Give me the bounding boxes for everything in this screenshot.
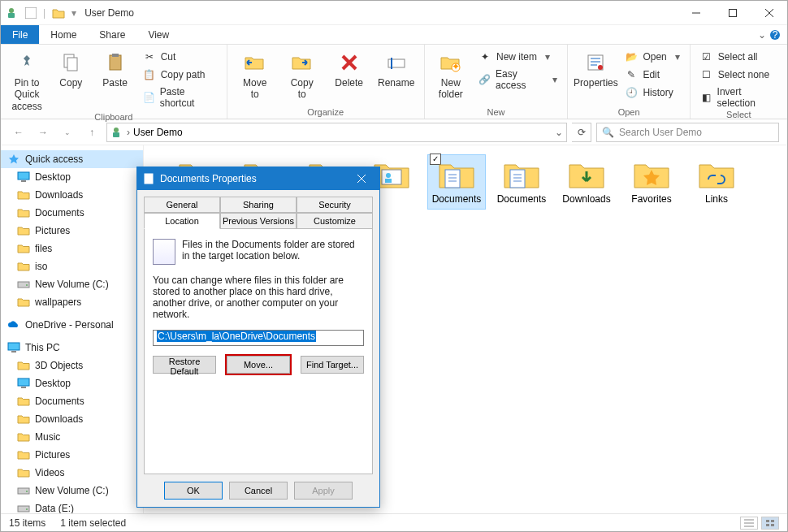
- file-label: Documents: [497, 194, 547, 205]
- sidebar-item[interactable]: Pictures: [1, 222, 143, 240]
- minimize-button[interactable]: [678, 1, 714, 24]
- edit-icon: ✎: [625, 68, 638, 81]
- move-to-button[interactable]: Move to: [234, 46, 276, 101]
- sidebar-item[interactable]: Music: [1, 428, 143, 446]
- tab-location[interactable]: Location: [144, 213, 220, 229]
- folder-icon: [17, 242, 30, 255]
- details-view-button[interactable]: [740, 517, 758, 530]
- refresh-button[interactable]: ⟳: [572, 123, 591, 142]
- tab-previous-versions[interactable]: Previous Versions: [220, 213, 297, 229]
- folder-icon: [697, 158, 736, 191]
- folder-icon: [17, 260, 30, 273]
- dialog-footer: OK Cancel Apply: [137, 474, 379, 507]
- menu-bar: File Home Share View ⌄?: [1, 25, 787, 45]
- sidebar-item-label: Documents: [35, 396, 84, 407]
- svg-rect-23: [18, 172, 29, 179]
- apply-button[interactable]: Apply: [294, 482, 353, 500]
- sidebar-item[interactable]: Documents: [1, 204, 143, 222]
- svg-rect-4: [729, 9, 736, 16]
- svg-text:?: ?: [773, 29, 778, 41]
- copy-button[interactable]: Copy: [51, 46, 90, 89]
- tab-file[interactable]: File: [1, 25, 39, 44]
- move-to-icon: [242, 50, 268, 76]
- new-folder-button[interactable]: ✦New folder: [431, 46, 470, 101]
- cloud-icon: [7, 318, 20, 331]
- tab-home[interactable]: Home: [39, 25, 88, 44]
- sidebar-item[interactable]: New Volume (C:): [1, 482, 143, 500]
- sidebar-item[interactable]: Videos: [1, 464, 143, 482]
- paste-shortcut-button[interactable]: 📄Paste shortcut: [140, 85, 220, 110]
- forward-button[interactable]: →: [33, 123, 53, 142]
- sidebar-item[interactable]: Desktop: [1, 374, 143, 392]
- tab-customize[interactable]: Customize: [297, 213, 373, 229]
- sidebar-item[interactable]: Downloads: [1, 186, 143, 204]
- ok-button[interactable]: OK: [164, 482, 223, 500]
- location-path-input[interactable]: C:\Users\m_la\OneDrive\Documents: [153, 330, 364, 346]
- help-button[interactable]: ⌄?: [758, 25, 781, 44]
- sidebar-item[interactable]: Downloads: [1, 410, 143, 428]
- folder-icon: [17, 430, 30, 443]
- easy-access-button[interactable]: 🔗Easy access▾: [475, 67, 561, 92]
- back-button[interactable]: ←: [9, 123, 28, 142]
- breadcrumb[interactable]: › User Demo ⌄: [106, 123, 567, 142]
- pin-to-quick-access-button[interactable]: Pin to Quick access: [7, 46, 46, 112]
- paste-icon: [102, 50, 128, 76]
- icons-view-button[interactable]: [761, 517, 779, 530]
- copy-path-button[interactable]: 📋Copy path: [140, 67, 220, 82]
- select-all-button[interactable]: ☑Select all: [697, 50, 781, 64]
- sidebar-quick-access[interactable]: Quick access: [1, 150, 143, 168]
- sidebar-item-label: Desktop: [35, 378, 71, 389]
- recent-button[interactable]: ⌄: [58, 123, 77, 142]
- rename-button[interactable]: Rename: [375, 46, 418, 89]
- file-item[interactable]: Favorites: [623, 155, 680, 209]
- folder-icon: [17, 296, 30, 309]
- sidebar-item[interactable]: Pictures: [1, 446, 143, 464]
- dialog-titlebar[interactable]: Documents Properties: [137, 167, 379, 190]
- sidebar-item[interactable]: Documents: [1, 392, 143, 410]
- sidebar-item[interactable]: New Volume (C:): [1, 275, 143, 293]
- tab-security[interactable]: Security: [297, 197, 373, 213]
- cut-button[interactable]: ✂Cut: [140, 50, 220, 64]
- sidebar-item[interactable]: files: [1, 240, 143, 257]
- invert-selection-button[interactable]: ◧Invert selection: [697, 85, 781, 110]
- sidebar-item[interactable]: Data (E:): [1, 500, 143, 513]
- file-item[interactable]: ✓Documents: [428, 155, 485, 209]
- history-button[interactable]: 🕘History: [621, 85, 682, 100]
- sidebar-item[interactable]: iso: [1, 257, 143, 275]
- tab-sharing[interactable]: Sharing: [220, 197, 297, 213]
- dialog-close-button[interactable]: [350, 167, 373, 190]
- sidebar-item[interactable]: Desktop: [1, 168, 143, 186]
- file-item[interactable]: Documents: [493, 155, 550, 209]
- svg-text:✦: ✦: [452, 61, 460, 72]
- cancel-button[interactable]: Cancel: [229, 482, 288, 500]
- sidebar-item[interactable]: 3D Objects: [1, 357, 143, 374]
- sidebar-onedrive[interactable]: OneDrive - Personal: [1, 316, 143, 334]
- file-label: Documents: [432, 194, 482, 205]
- history-icon: 🕘: [625, 86, 638, 99]
- select-none-button[interactable]: ☐Select none: [697, 67, 781, 82]
- move-button[interactable]: Move...: [227, 356, 290, 374]
- paste-button[interactable]: Paste: [95, 46, 134, 89]
- restore-default-button[interactable]: Restore Default: [153, 356, 216, 374]
- copy-to-button[interactable]: Copy to: [281, 46, 323, 101]
- maximize-button[interactable]: [714, 1, 751, 24]
- file-item[interactable]: Links: [688, 155, 745, 209]
- search-input[interactable]: 🔍 Search User Demo: [596, 123, 779, 142]
- tab-view[interactable]: View: [136, 25, 180, 44]
- tab-share[interactable]: Share: [88, 25, 136, 44]
- up-button[interactable]: ↑: [82, 123, 102, 142]
- find-target-button[interactable]: Find Target...: [301, 356, 364, 374]
- file-item[interactable]: Downloads: [558, 155, 615, 209]
- sidebar-this-pc[interactable]: This PC: [1, 339, 143, 357]
- delete-button[interactable]: Delete: [328, 46, 370, 89]
- tab-general[interactable]: General: [144, 197, 220, 213]
- edit-button[interactable]: ✎Edit: [621, 67, 682, 82]
- qat-save-icon[interactable]: [25, 7, 37, 19]
- close-button[interactable]: [751, 1, 787, 24]
- new-item-button[interactable]: ✦New item▾: [475, 50, 561, 64]
- qat-folder-icon[interactable]: [52, 7, 65, 19]
- qat-dropdown-icon[interactable]: ▾: [71, 7, 76, 19]
- open-button[interactable]: 📂Open▾: [621, 50, 682, 64]
- properties-button[interactable]: Properties: [574, 46, 617, 89]
- sidebar-item[interactable]: wallpapers: [1, 293, 143, 311]
